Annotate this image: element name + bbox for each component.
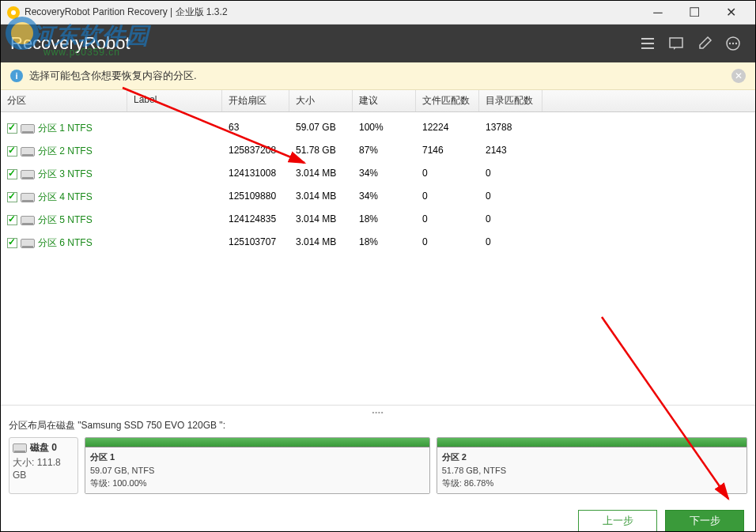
more-icon[interactable] xyxy=(720,31,746,56)
cell-size: 3.014 MB xyxy=(289,166,353,183)
info-message: 选择可能包含你想要恢复内容的分区. xyxy=(29,69,197,83)
svg-point-6 xyxy=(732,43,734,44)
cell-start: 125837208 xyxy=(222,143,289,160)
disk-icon xyxy=(21,193,35,202)
row-checkbox[interactable] xyxy=(7,215,17,225)
cell-dirs: 13788 xyxy=(479,120,542,137)
col-start[interactable]: 开始扇区 xyxy=(222,90,289,111)
cell-start: 63 xyxy=(222,120,289,137)
prev-button[interactable]: 上一步 xyxy=(578,510,657,532)
cell-size: 59.07 GB xyxy=(289,120,353,137)
cell-files: 0 xyxy=(416,189,479,206)
table-header: 分区 Label 开始扇区 大小 建议 文件匹配数 目录匹配数 xyxy=(1,90,755,112)
feedback-icon[interactable] xyxy=(663,31,689,56)
next-button[interactable]: 下一步 xyxy=(665,510,744,532)
cell-label xyxy=(127,120,222,137)
cell-size: 3.014 MB xyxy=(289,189,353,206)
cell-dirs: 0 xyxy=(479,166,542,183)
partition-box-1[interactable]: 分区 1 59.07 GB, NTFS 等级: 100.00% xyxy=(85,437,430,494)
col-label[interactable]: Label xyxy=(127,90,222,111)
cell-advice: 100% xyxy=(353,120,416,137)
cell-start: 124131008 xyxy=(222,166,289,183)
row-checkbox[interactable] xyxy=(7,192,17,202)
list-icon[interactable] xyxy=(635,31,660,56)
cell-start: 125109880 xyxy=(222,189,289,206)
resize-handle[interactable]: •••• xyxy=(1,405,755,414)
col-partition[interactable]: 分区 xyxy=(1,90,127,111)
cell-advice: 34% xyxy=(353,189,416,206)
svg-rect-2 xyxy=(641,47,654,49)
partition-name: 分区 5 NTFS xyxy=(38,213,93,227)
cell-label xyxy=(127,235,222,251)
cell-files: 12224 xyxy=(416,120,479,137)
svg-rect-0 xyxy=(641,38,654,40)
cell-start: 125103707 xyxy=(222,235,289,251)
info-bar: i 选择可能包含你想要恢复内容的分区. ✕ xyxy=(1,62,755,90)
cell-dirs: 0 xyxy=(479,212,542,228)
cell-advice: 18% xyxy=(353,212,416,228)
svg-point-5 xyxy=(729,43,731,44)
disk-icon xyxy=(21,170,35,179)
cell-files: 0 xyxy=(416,212,479,228)
cell-advice: 34% xyxy=(353,166,416,183)
cell-advice: 18% xyxy=(353,235,416,251)
partition-name: 分区 1 NTFS xyxy=(38,122,93,135)
layout-disk-model: "Samsung SSD 750 EVO 120GB ": xyxy=(77,420,225,431)
cell-advice: 87% xyxy=(353,143,416,160)
disk-icon xyxy=(21,216,35,225)
cell-files: 0 xyxy=(416,235,479,251)
cell-dirs: 2143 xyxy=(479,143,542,160)
app-title: RecoveryRobot xyxy=(10,33,635,54)
svg-rect-1 xyxy=(641,43,654,44)
svg-point-7 xyxy=(735,43,737,44)
table-row[interactable]: 分区 3 NTFS 124131008 3.014 MB 34% 0 0 xyxy=(1,163,755,186)
col-advice[interactable]: 建议 xyxy=(353,90,416,111)
partition-box-2[interactable]: 分区 2 51.78 GB, NTFS 等级: 86.78% xyxy=(437,437,747,494)
cell-files: 0 xyxy=(416,166,479,183)
info-icon: i xyxy=(10,70,23,82)
row-checkbox[interactable] xyxy=(7,238,17,248)
app-header: RecoveryRobot xyxy=(1,25,755,62)
cell-size: 51.78 GB xyxy=(289,143,353,160)
col-files[interactable]: 文件匹配数 xyxy=(416,90,479,111)
partition-name: 分区 3 NTFS xyxy=(38,168,93,181)
table-row[interactable]: 分区 1 NTFS 63 59.07 GB 100% 12224 13788 xyxy=(1,117,755,140)
partition-name: 分区 2 NTFS xyxy=(38,145,93,158)
cell-label xyxy=(127,166,222,183)
cell-files: 7146 xyxy=(416,143,479,160)
disk-icon xyxy=(21,239,35,248)
cell-label xyxy=(127,212,222,228)
tools-icon[interactable] xyxy=(692,31,717,56)
col-size[interactable]: 大小 xyxy=(289,90,353,111)
maximize-button[interactable]: ☐ xyxy=(676,1,713,25)
minimize-button[interactable]: ─ xyxy=(640,1,676,25)
disk-icon xyxy=(21,124,35,134)
disk-icon xyxy=(13,443,27,453)
cell-dirs: 0 xyxy=(479,235,542,251)
table-row[interactable]: 分区 2 NTFS 125837208 51.78 GB 87% 7146 21… xyxy=(1,140,755,163)
cell-size: 3.014 MB xyxy=(289,235,353,251)
cell-start: 124124835 xyxy=(222,212,289,228)
cell-dirs: 0 xyxy=(479,189,542,206)
partition-name: 分区 6 NTFS xyxy=(38,236,93,250)
close-info-button[interactable]: ✕ xyxy=(731,69,746,83)
window-title: RecoveryRobot Parition Recovery | 企业版 1.… xyxy=(25,6,228,19)
layout-title-prefix: 分区布局在磁盘 xyxy=(9,420,77,431)
cell-size: 3.014 MB xyxy=(289,212,353,228)
cell-label xyxy=(127,143,222,160)
disk-info: 磁盘 0 大小: 111.8 GB xyxy=(9,437,78,494)
titlebar: RecoveryRobot Parition Recovery | 企业版 1.… xyxy=(1,1,755,25)
disk-icon xyxy=(21,147,35,157)
col-dirs[interactable]: 目录匹配数 xyxy=(479,90,542,111)
partition-name: 分区 4 NTFS xyxy=(38,191,93,204)
row-checkbox[interactable] xyxy=(7,169,17,179)
cell-label xyxy=(127,189,222,206)
table-row[interactable]: 分区 5 NTFS 124124835 3.014 MB 18% 0 0 xyxy=(1,209,755,232)
svg-rect-3 xyxy=(670,38,682,47)
app-icon xyxy=(7,6,20,19)
table-row[interactable]: 分区 6 NTFS 125103707 3.014 MB 18% 0 0 xyxy=(1,232,755,255)
row-checkbox[interactable] xyxy=(7,123,17,134)
close-button[interactable]: ✕ xyxy=(713,1,749,25)
row-checkbox[interactable] xyxy=(7,146,17,157)
table-row[interactable]: 分区 4 NTFS 125109880 3.014 MB 34% 0 0 xyxy=(1,186,755,209)
